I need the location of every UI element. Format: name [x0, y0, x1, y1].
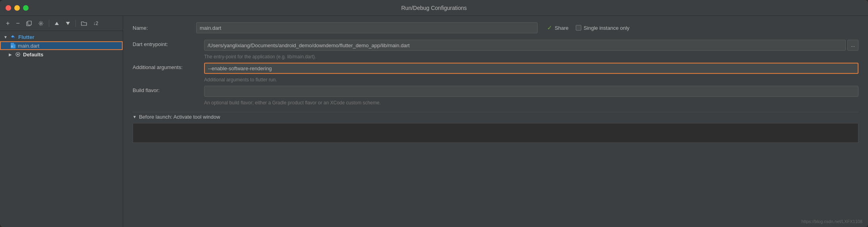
traffic-lights [6, 5, 29, 11]
share-label: Share [555, 25, 569, 31]
name-row: Name: ✓ Share Single instance only [133, 22, 858, 33]
single-instance-item[interactable]: Single instance only [576, 25, 630, 31]
svg-text:D: D [11, 45, 13, 48]
maximize-button[interactable] [23, 5, 29, 11]
title-bar: Run/Debug Configurations [0, 0, 868, 16]
window-title: Run/Debug Configurations [401, 5, 467, 11]
dart-entrypoint-input-wrapper: ... [204, 40, 858, 51]
additional-args-row: Additional arguments: [133, 63, 858, 74]
watermark: https://blog.csdn.net/LXFX1108 [802, 219, 863, 224]
defaults-chevron-icon: ▶ [8, 52, 13, 57]
minimize-button[interactable] [14, 5, 20, 11]
sidebar: + − [0, 16, 123, 227]
share-checkbox-item[interactable]: ✓ Share [547, 24, 569, 31]
build-flavor-input[interactable] [204, 86, 858, 97]
dart-entrypoint-input[interactable] [204, 40, 846, 51]
flutter-chevron-icon: ▼ [3, 35, 8, 39]
defaults-icon [15, 51, 21, 58]
dart-entrypoint-browse-button[interactable]: ... [847, 40, 858, 51]
single-instance-label: Single instance only [584, 25, 630, 31]
svg-rect-1 [28, 21, 31, 25]
svg-point-10 [17, 54, 19, 55]
flutter-label: Flutter [18, 34, 34, 40]
toolbar-divider2 [75, 20, 76, 27]
sort-button[interactable]: ↓2 [91, 20, 100, 27]
add-config-button[interactable]: + [4, 19, 12, 27]
copy-config-button[interactable] [24, 20, 34, 27]
sidebar-toolbar: + − [0, 16, 123, 31]
move-up-button[interactable] [52, 20, 61, 27]
sidebar-item-defaults[interactable]: ▶ Defaults [0, 50, 123, 59]
folder-button[interactable] [79, 20, 89, 27]
before-launch-header[interactable]: ▼ Before launch: Activate tool window [133, 112, 858, 121]
dart-file-icon: D [10, 42, 16, 49]
before-launch-label: Before launch: Activate tool window [139, 114, 220, 120]
close-button[interactable] [6, 5, 11, 11]
svg-marker-7 [14, 43, 15, 44]
flutter-icon [10, 34, 16, 40]
main-dart-label: main.dart [18, 43, 39, 49]
svg-point-2 [40, 23, 42, 24]
remove-config-button[interactable]: − [14, 19, 21, 27]
additional-args-input-wrapper [204, 63, 858, 74]
before-launch-chevron-icon: ▼ [133, 115, 137, 119]
additional-args-input[interactable] [204, 63, 858, 74]
single-instance-checkbox[interactable] [576, 25, 581, 31]
share-checkmark-icon: ✓ [547, 24, 552, 31]
defaults-label: Defaults [23, 52, 43, 58]
config-panel: Name: ✓ Share Single instance only Dart … [123, 16, 868, 227]
build-flavor-label: Build flavor: [133, 86, 204, 93]
dart-entrypoint-hint: The entry-point for the application (e.g… [133, 54, 858, 60]
share-section: ✓ Share Single instance only [547, 24, 629, 31]
name-input[interactable] [196, 22, 538, 33]
move-down-button[interactable] [64, 20, 72, 27]
build-flavor-row: Build flavor: [133, 86, 858, 97]
name-field-label: Name: [133, 25, 196, 31]
sidebar-item-flutter[interactable]: ▼ Flutter [0, 33, 123, 41]
additional-args-label: Additional arguments: [133, 63, 204, 70]
settings-config-button[interactable] [36, 20, 46, 27]
before-launch-content [133, 123, 858, 143]
window: Run/Debug Configurations + − [0, 0, 868, 227]
build-flavor-hint: An optional build flavor; either a Gradl… [133, 100, 858, 106]
toolbar-divider [49, 20, 49, 27]
additional-args-hint: Additional arguments to flutter run. [133, 77, 858, 83]
dart-entrypoint-label: Dart entrypoint: [133, 40, 204, 47]
tree-area: ▼ Flutter [0, 31, 123, 227]
dart-entrypoint-row: Dart entrypoint: ... [133, 40, 858, 51]
sidebar-item-main-dart[interactable]: D main.dart [0, 41, 123, 50]
main-content: + − [0, 16, 868, 227]
build-flavor-input-wrapper [204, 86, 858, 97]
